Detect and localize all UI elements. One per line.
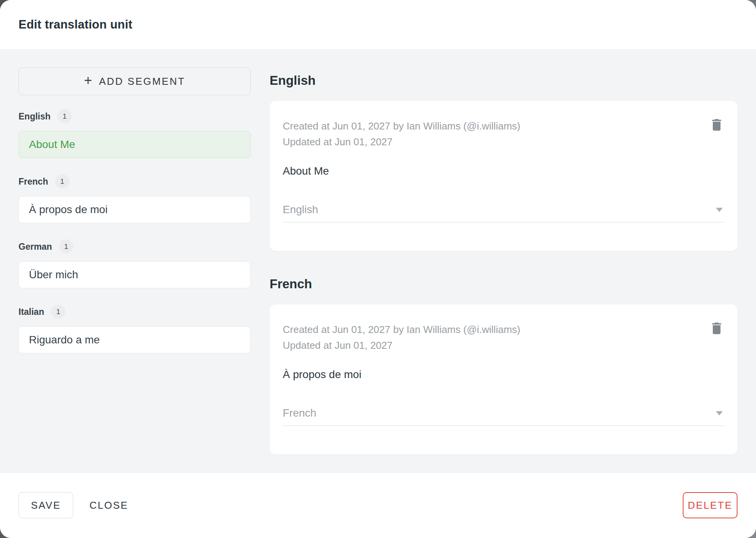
editor-heading: English	[270, 73, 737, 88]
updated-info: Updated at Jun 01, 2027	[283, 338, 724, 353]
segments-panel: + ADD SEGMENT English 1 About Me French …	[19, 67, 251, 472]
plus-icon: +	[84, 72, 92, 89]
segment-item-italian[interactable]: Riguardo a me	[19, 326, 251, 353]
group-header: German 1	[19, 239, 251, 254]
close-button[interactable]: CLOSE	[79, 492, 139, 518]
edit-translation-unit-dialog: Edit translation unit + ADD SEGMENT Engl…	[0, 0, 756, 538]
segment-text[interactable]: About Me	[283, 164, 724, 178]
language-label: French	[19, 176, 48, 187]
language-select[interactable]: English	[283, 203, 724, 222]
editors-panel: English Created at Jun 01, 2027 by Ian W…	[270, 67, 737, 472]
created-info: Created at Jun 01, 2027 by Ian Williams …	[283, 118, 724, 134]
delete-segment-button[interactable]	[707, 115, 727, 135]
updated-info: Updated at Jun 01, 2027	[283, 134, 724, 150]
segment-item-french[interactable]: À propos de moi	[19, 196, 251, 223]
delete-segment-button[interactable]	[707, 318, 727, 338]
editor-english: English Created at Jun 01, 2027 by Ian W…	[270, 73, 737, 251]
segment-text[interactable]: À propos de moi	[283, 368, 724, 382]
language-label: English	[19, 111, 51, 122]
chevron-down-icon	[716, 411, 723, 415]
page-title: Edit translation unit	[19, 18, 132, 32]
language-label: German	[19, 241, 52, 252]
chevron-down-icon	[716, 208, 723, 212]
dialog-body: + ADD SEGMENT English 1 About Me French …	[0, 50, 756, 472]
group-header: English 1	[19, 109, 251, 123]
language-group-english: English 1 About Me	[19, 109, 251, 158]
translation-card: Created at Jun 01, 2027 by Ian Williams …	[270, 101, 737, 251]
language-label: Italian	[19, 306, 44, 317]
trash-icon	[709, 321, 724, 336]
dialog-footer: SAVE CLOSE DELETE	[0, 472, 756, 538]
editor-french: French Created at Jun 01, 2027 by Ian Wi…	[270, 276, 737, 454]
delete-button[interactable]: DELETE	[683, 492, 737, 518]
language-group-german: German 1 Über mich	[19, 239, 251, 288]
group-header: Italian 1	[19, 304, 251, 319]
dialog-header: Edit translation unit	[0, 0, 756, 50]
segment-item-english[interactable]: About Me	[19, 131, 251, 158]
segment-item-german[interactable]: Über mich	[19, 261, 251, 288]
language-select[interactable]: French	[283, 407, 724, 426]
translation-card: Created at Jun 01, 2027 by Ian Williams …	[270, 304, 737, 454]
created-info: Created at Jun 01, 2027 by Ian Williams …	[283, 322, 724, 338]
segment-count-badge: 1	[57, 109, 72, 123]
language-select-value: English	[283, 203, 318, 216]
language-group-french: French 1 À propos de moi	[19, 174, 251, 223]
segment-count-badge: 1	[55, 174, 69, 188]
language-group-italian: Italian 1 Riguardo a me	[19, 304, 251, 353]
add-segment-label: ADD SEGMENT	[99, 76, 186, 87]
language-select-value: French	[283, 407, 316, 419]
editor-heading: French	[270, 276, 737, 292]
segment-count-badge: 1	[59, 239, 73, 254]
segment-count-badge: 1	[51, 304, 65, 319]
group-header: French 1	[19, 174, 251, 188]
add-segment-button[interactable]: + ADD SEGMENT	[19, 67, 251, 95]
save-button[interactable]: SAVE	[19, 492, 73, 518]
trash-icon	[709, 117, 724, 133]
